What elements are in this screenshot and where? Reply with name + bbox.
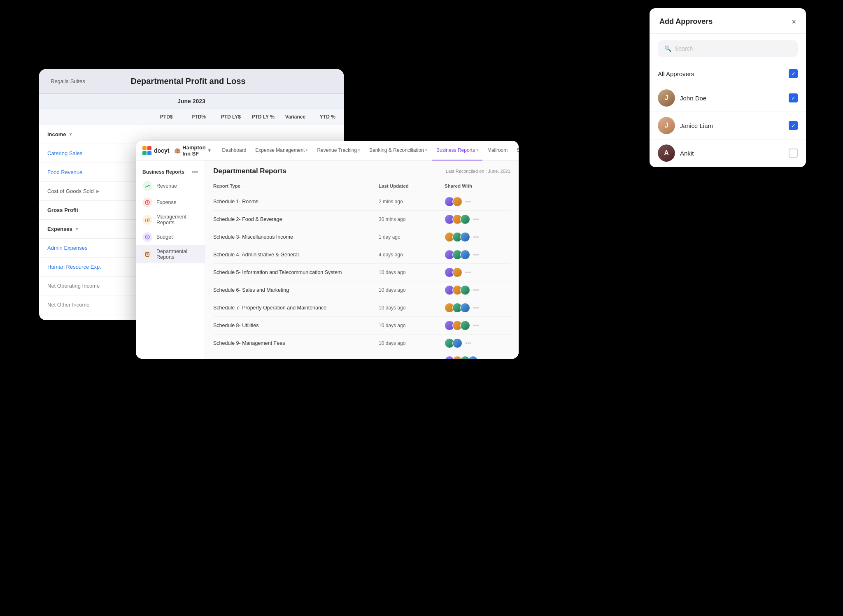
back-panel-header: Regalia Suites Departmental Profit and L…	[39, 69, 344, 94]
row-name: Schedule 1- Rooms	[213, 199, 379, 205]
catering-sales-label: Catering Sales	[39, 146, 150, 160]
row-shared: •••	[445, 285, 510, 295]
table-row[interactable]: Schedule 2- Food & Beverage 30 mins ago …	[213, 211, 510, 228]
row-menu[interactable]: •••	[473, 216, 479, 223]
row-shared: •••	[445, 197, 510, 207]
svg-rect-3	[145, 219, 146, 222]
table-row[interactable]: Schedule 6- Sales and Marketing 10 days …	[213, 281, 510, 299]
sidebar-item-mgmt-reports[interactable]: Management Reports	[136, 211, 205, 229]
hotel-dropdown-arrow: ▼	[207, 148, 212, 153]
sidebar-item-dept-reports[interactable]: Departmental Reports	[136, 245, 205, 263]
table-row[interactable]: Schedule 3- Miscellaneous Income 1 day a…	[213, 228, 510, 246]
row-shared: •••	[445, 303, 510, 313]
nav-business-reports[interactable]: Business Reports ▾	[432, 141, 482, 160]
row-name: Schedule 6- Sales and Marketing	[213, 287, 379, 293]
row-menu[interactable]: •••	[473, 234, 479, 240]
col-ytd: YTD %	[312, 112, 344, 121]
row-menu[interactable]: •••	[473, 305, 479, 311]
nav-items: Dashboard Expense Management ▾ Revenue T…	[218, 141, 519, 160]
table-row[interactable]: Schedule 1- Rooms 2 mins ago •••	[213, 193, 510, 211]
all-approvers-checkbox[interactable]: ✓	[789, 69, 798, 78]
nav-revenue-tracking[interactable]: Revenue Tracking ▾	[313, 141, 364, 160]
avatar	[460, 321, 470, 330]
row-menu[interactable]: •••	[465, 340, 471, 346]
row-date: 10 days ago	[379, 340, 445, 346]
approver-row-janice[interactable]: J Janice Liam ✓	[650, 112, 806, 139]
reports-chevron: ▾	[476, 148, 478, 152]
approver-checkbox-john[interactable]: ✓	[789, 93, 798, 102]
row-name: Schedule 10- Non-Operating Income and Ex…	[213, 358, 379, 359]
hr-expenses-label: Human Resource Exp.	[39, 260, 150, 274]
row-date: 30 mins ago	[379, 216, 445, 222]
row-menu[interactable]: •••	[473, 287, 479, 293]
row-name: Schedule 9- Management Fees	[213, 340, 379, 346]
modal-close-button[interactable]: ×	[792, 18, 796, 26]
hotel-selector[interactable]: 🏨 Hampton Inn SF ▼	[174, 144, 211, 157]
revenue-chevron: ▾	[358, 148, 360, 152]
table-row[interactable]: Schedule 7- Property Operation and Maint…	[213, 299, 510, 317]
table-row[interactable]: Schedule 10- Non-Operating Income and Ex…	[213, 352, 510, 359]
modal-title: Add Approvers	[659, 17, 713, 26]
dept-reports-icon	[142, 249, 152, 259]
hotel-icon: 🏨	[174, 147, 181, 153]
sidebar-menu-dots[interactable]: •••	[192, 169, 198, 175]
sidebar-item-expense[interactable]: Expense	[136, 194, 205, 211]
col-ptdly: PTD LY$	[215, 112, 247, 121]
approver-row-ankit[interactable]: A Ankit	[650, 139, 806, 167]
row-shared: •••	[445, 356, 510, 359]
th-report-type: Report Type	[213, 184, 379, 188]
content-title: Departmental Reports	[213, 167, 286, 175]
modal-search-box[interactable]: 🔍 Search	[658, 40, 798, 57]
approver-checkbox-janice[interactable]: ✓	[789, 121, 798, 130]
approver-avatar-ankit: A	[658, 144, 675, 162]
approver-checkbox-ankit[interactable]	[789, 149, 798, 158]
sidebar-title: Business Reports •••	[136, 165, 205, 178]
food-revenue-label: Food Revenue	[39, 165, 150, 179]
avatar	[460, 214, 470, 224]
row-menu[interactable]: •••	[465, 269, 471, 276]
avatar	[460, 285, 470, 295]
avatar	[452, 267, 462, 277]
nav-logo: docyt	[142, 146, 169, 155]
avatar	[460, 303, 470, 313]
approver-name-john: John Doe	[680, 95, 784, 102]
row-shared: •••	[445, 267, 510, 277]
avatar	[452, 338, 462, 348]
row-shared: •••	[445, 321, 510, 330]
modal-search-placeholder: Search	[675, 45, 693, 52]
approver-row-john[interactable]: J John Doe ✓	[650, 84, 806, 112]
nav-dashboard[interactable]: Dashboard	[218, 141, 251, 160]
all-approvers-row[interactable]: All Approvers ✓	[650, 63, 806, 84]
svg-point-2	[147, 203, 147, 204]
sidebar-item-budget[interactable]: Budget	[136, 229, 205, 245]
nav-mailroom[interactable]: Mailroom	[483, 141, 512, 160]
row-menu[interactable]: •••	[465, 198, 471, 205]
approver-name-janice: Janice Liam	[680, 122, 784, 129]
sidebar-item-revenue[interactable]: Revenue	[136, 178, 205, 194]
row-shared: •••	[445, 232, 510, 242]
table-row[interactable]: Schedule 5- Information and Telecommunic…	[213, 264, 510, 281]
nav-banking[interactable]: Banking & Reconciliation ▾	[365, 141, 431, 160]
nav-settings[interactable]: Settings	[512, 141, 519, 160]
table-row[interactable]: Schedule 9- Management Fees 10 days ago …	[213, 335, 510, 352]
row-menu[interactable]: •••	[473, 251, 479, 258]
row-date: 10 days ago	[379, 287, 445, 293]
col-variance: Variance	[279, 112, 311, 121]
cogs-label: Cost of Goods Sold ▶	[39, 184, 150, 198]
row-menu[interactable]: •••	[481, 358, 487, 359]
table-row[interactable]: Schedule 8- Utilities 10 days ago •••	[213, 317, 510, 335]
row-name: Schedule 8- Utilities	[213, 323, 379, 328]
logo-text: docyt	[154, 147, 169, 154]
row-menu[interactable]: •••	[473, 322, 479, 329]
back-panel-date: June 2023	[39, 94, 344, 109]
avatar	[468, 356, 478, 359]
avatar	[460, 250, 470, 260]
mgmt-reports-icon	[142, 215, 152, 225]
avatar	[452, 197, 462, 207]
sidebar-budget-label: Budget	[156, 234, 173, 240]
table-row[interactable]: Schedule 4- Administrative & General 4 d…	[213, 246, 510, 264]
add-approvers-modal: Add Approvers × 🔍 Search All Approvers ✓…	[650, 8, 806, 167]
row-date: 4 days ago	[379, 252, 445, 258]
all-approvers-label: All Approvers	[658, 70, 784, 77]
nav-expense-mgmt[interactable]: Expense Management ▾	[251, 141, 312, 160]
